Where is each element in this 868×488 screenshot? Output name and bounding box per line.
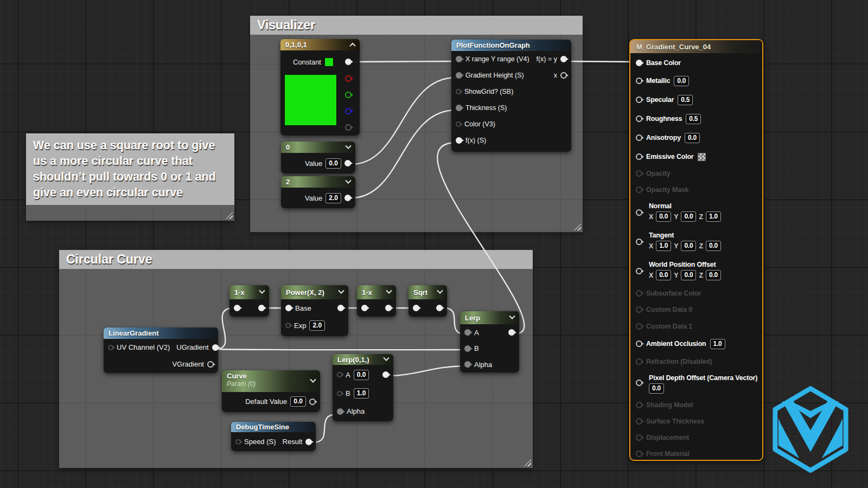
material-header[interactable]: M_Gradient_Curve_04 (630, 40, 762, 53)
collapse-chevron-icon[interactable] (386, 288, 392, 294)
node-scalar-2-header[interactable]: 2 (281, 176, 355, 188)
pin-speed-input[interactable] (235, 439, 241, 445)
wpo-z[interactable]: 0.0 (706, 270, 721, 280)
pin-thickness-input[interactable] (456, 105, 462, 111)
defaultvalue-input[interactable]: 0.0 (290, 396, 306, 407)
collapse-chevron-icon[interactable] (509, 313, 515, 319)
b-value-input[interactable]: 1.0 (354, 388, 369, 399)
pin-anisotropy-input[interactable] (636, 134, 642, 141)
pin-output[interactable] (436, 305, 443, 311)
node-scalar-0-header[interactable]: 0 (281, 142, 355, 153)
pin-output[interactable] (258, 305, 265, 311)
resize-handle-icon[interactable] (574, 223, 581, 230)
roughness-value[interactable]: 0.5 (686, 114, 701, 124)
comment-visualizer-title[interactable]: Visualizer (250, 16, 583, 35)
normal-y[interactable]: 0.0 (681, 211, 696, 222)
resize-handle-icon[interactable] (524, 459, 531, 466)
node-oneminus-a-header[interactable]: 1-x (229, 285, 269, 299)
node-sqrt-header[interactable]: Sqrt (409, 285, 447, 299)
node-curve[interactable]: Curve Param (0) Default Value 0.0 (222, 370, 320, 412)
collapse-chevron-icon[interactable] (437, 288, 443, 294)
node-constant-color[interactable]: 0,1,0,1 Constant (280, 39, 360, 136)
node-plot-header[interactable]: PlotFunctionOnGraph (451, 40, 571, 51)
node-scalar-0[interactable]: 0 Value 0.0 (281, 142, 355, 174)
pin-metallic-input[interactable] (636, 78, 642, 84)
pin-uvchannel-input[interactable] (108, 345, 113, 350)
wpo-x[interactable]: 0.0 (656, 270, 671, 280)
comment-note[interactable]: We can use a square root to give us a mo… (26, 133, 234, 221)
pin-output[interactable] (382, 371, 389, 378)
anisotropy-value[interactable]: 0.0 (685, 133, 700, 143)
pin-roughness-input[interactable] (636, 115, 642, 122)
pin-emissive-input[interactable] (636, 153, 642, 160)
node-power-header[interactable]: Power(X, 2) (281, 285, 348, 299)
pin-b-output[interactable] (345, 108, 352, 114)
pin-alpha-input[interactable] (464, 361, 471, 368)
pin-displacement-input[interactable] (636, 434, 642, 441)
pin-a-input[interactable] (464, 329, 471, 336)
pin-r-output[interactable] (345, 75, 352, 82)
pin-gradientheight-input[interactable] (456, 72, 462, 79)
comment-note-text[interactable]: We can use a square root to give us a mo… (26, 133, 234, 205)
metallic-value[interactable]: 0.0 (674, 76, 689, 86)
pin-specular-input[interactable] (636, 97, 642, 103)
node-oneminus-a[interactable]: 1-x (229, 285, 269, 317)
comment-circular-curve-title[interactable]: Circular Curve (59, 250, 533, 269)
pin-vgradient-output[interactable] (207, 361, 214, 368)
pin-a-input[interactable] (337, 372, 342, 377)
value-input[interactable]: 0.0 (326, 158, 341, 169)
normal-x[interactable]: 0.0 (656, 211, 671, 222)
node-curve-header[interactable]: Curve Param (0) (222, 370, 320, 392)
pin-refraction-input[interactable] (636, 358, 642, 365)
node-lerp[interactable]: Lerp A B Alpha (460, 311, 519, 373)
color-swatch[interactable] (324, 57, 334, 67)
pin-output[interactable] (385, 305, 392, 311)
pin-b-input[interactable] (337, 391, 342, 396)
node-linear-gradient-header[interactable]: LinearGradient (104, 328, 218, 339)
collapse-chevron-icon[interactable] (383, 355, 389, 361)
node-sqrt[interactable]: Sqrt (409, 285, 447, 317)
pin-rgba-output[interactable] (345, 59, 352, 65)
pin-base-input[interactable] (285, 305, 292, 311)
pin-input[interactable] (413, 305, 419, 311)
pin-opacitymask-input[interactable] (636, 187, 642, 193)
value-input[interactable]: 2.0 (326, 193, 341, 203)
specular-value[interactable]: 0.5 (678, 95, 693, 105)
pin-wpo-input[interactable] (636, 268, 642, 274)
pin-ugradient-output[interactable] (212, 344, 219, 351)
a-value-input[interactable]: 0.0 (354, 370, 369, 380)
ao-value[interactable]: 1.0 (710, 339, 725, 349)
collapse-chevron-icon[interactable] (259, 288, 265, 294)
pin-customdata0-input[interactable] (636, 306, 642, 313)
pin-normal-input[interactable] (636, 209, 642, 216)
normal-z[interactable]: 1.0 (706, 211, 721, 222)
node-lerp-header[interactable]: Lerp (460, 311, 519, 324)
pin-input[interactable] (234, 305, 240, 311)
pin-basecolor-input[interactable] (636, 60, 642, 66)
pin-showgrid-input[interactable] (456, 89, 461, 94)
pin-tangent-input[interactable] (636, 239, 642, 245)
pin-pdo-input[interactable] (636, 380, 642, 386)
pin-surfacethickness-input[interactable] (636, 418, 642, 425)
node-lerp01[interactable]: Lerp(0,1,) A 0.0 B 1.0 Alpha (333, 354, 393, 421)
pin-exp-input[interactable] (285, 323, 291, 328)
wpo-y[interactable]: 0.0 (681, 270, 696, 280)
pin-fxy-output[interactable] (560, 56, 567, 62)
node-debug-time-sine[interactable]: DebugTimeSine Speed (S) Result (231, 422, 316, 451)
pin-fx-input[interactable] (456, 137, 462, 144)
pin-alpha-input[interactable] (337, 408, 343, 415)
pin-output[interactable] (337, 305, 344, 311)
pin-shadingmodel-input[interactable] (636, 402, 642, 408)
pin-output[interactable] (344, 195, 351, 201)
pin-result-output[interactable] (305, 439, 312, 445)
node-scalar-2[interactable]: 2 Value 2.0 (281, 176, 355, 208)
pin-x-output[interactable] (560, 72, 567, 79)
pin-a-output[interactable] (345, 124, 352, 131)
pin-g-output[interactable] (345, 92, 352, 98)
node-linear-gradient[interactable]: LinearGradient UV Channel (V2) UGradient… (104, 328, 218, 373)
pin-color-input[interactable] (456, 121, 461, 127)
node-material-result[interactable]: M_Gradient_Curve_04 Base Color Metallic0… (629, 39, 763, 461)
collapse-chevron-icon[interactable] (338, 288, 344, 294)
node-oneminus-b-header[interactable]: 1-x (357, 285, 396, 299)
color-preview-swatch[interactable] (284, 74, 337, 126)
